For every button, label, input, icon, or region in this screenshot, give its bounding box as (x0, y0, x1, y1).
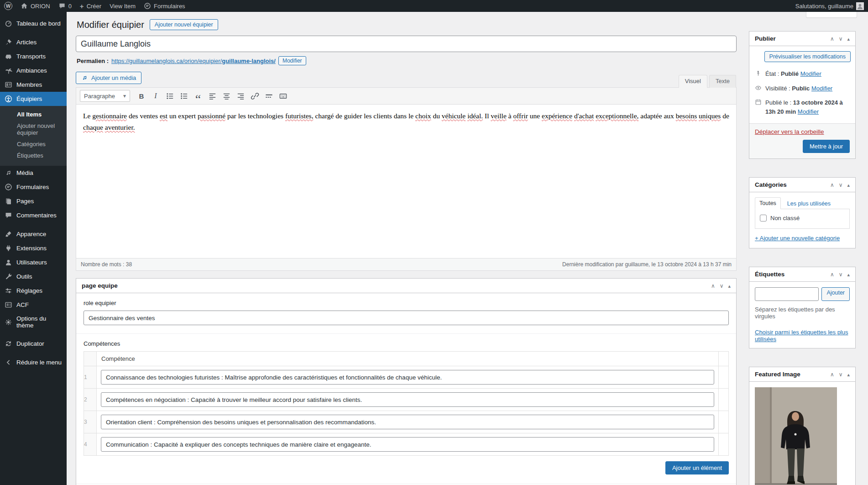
update-button[interactable]: Mettre à jour (803, 140, 850, 153)
sidebar-item-extensions[interactable]: Extensions (0, 241, 67, 255)
competence-input-4[interactable] (101, 437, 714, 452)
move-up-icon[interactable] (830, 372, 834, 377)
sidebar-item-apparence[interactable]: Apparence (0, 227, 67, 241)
link-button[interactable] (248, 90, 261, 102)
tab-text[interactable]: Texte (709, 75, 736, 88)
admin-bar-comments[interactable]: 0 (54, 0, 76, 12)
comment-bubble-icon (58, 2, 66, 10)
sidebar-item-formulaires[interactable]: Formulaires (0, 180, 67, 194)
move-down-icon[interactable] (839, 372, 843, 377)
sidebar-item-acf[interactable]: ACF (0, 298, 67, 312)
sidebar-item-reglages[interactable]: Réglages (0, 284, 67, 298)
competence-input-2[interactable] (101, 392, 714, 407)
sidebar-item-equipiers[interactable]: Équipiers (0, 92, 67, 106)
numbered-list-button[interactable] (178, 90, 190, 102)
role-equipier-label: role equipier (84, 300, 729, 306)
move-up-icon[interactable] (830, 182, 834, 188)
sidebar-item-articles[interactable]: Articles (0, 35, 67, 49)
move-to-trash-link[interactable]: Déplacer vers la corbeille (755, 128, 824, 135)
sidebar-item-transports[interactable]: Transports (0, 49, 67, 63)
move-down-icon[interactable] (839, 182, 843, 188)
edit-date-link[interactable]: Modifier (798, 108, 819, 115)
admin-sidebar: Tableau de bord Articles Transports Ambi… (0, 12, 67, 485)
paragraph-format-select[interactable]: Paragraphe (80, 90, 130, 102)
sidebar-item-pages[interactable]: Pages (0, 194, 67, 208)
sidebar-item-duplicator[interactable]: Duplicator (0, 337, 67, 351)
toggle-panel-icon[interactable] (847, 272, 850, 277)
move-up-icon[interactable] (711, 283, 715, 289)
permalink-label: Permalien : (77, 58, 109, 64)
admin-bar-view-item[interactable]: View Item (105, 0, 140, 12)
competence-input-3[interactable] (101, 415, 714, 429)
categories-box-header[interactable]: Catégories (749, 178, 855, 192)
toggle-panel-icon[interactable] (847, 182, 850, 188)
submenu-tags[interactable]: Étiquettes (0, 150, 67, 161)
role-equipier-input[interactable] (84, 311, 729, 325)
move-down-icon[interactable] (839, 272, 843, 277)
add-row-button[interactable]: Ajouter un élément (665, 461, 729, 474)
edit-status-link[interactable]: Modifier (800, 70, 821, 77)
move-down-icon[interactable] (720, 283, 724, 289)
submenu-label: All Items (17, 111, 42, 118)
edit-visibility-link[interactable]: Modifier (811, 85, 832, 92)
post-title-input[interactable] (76, 36, 737, 52)
admin-bar-site-name[interactable]: ORION (16, 0, 54, 12)
sidebar-item-outils[interactable]: Outils (0, 269, 67, 284)
gravity-forms-icon (5, 183, 12, 191)
admin-bar-account[interactable]: Salutations, guillaume (791, 0, 868, 12)
align-left-button[interactable] (206, 90, 219, 102)
preview-changes-button[interactable]: Prévisualiser les modifications (764, 51, 851, 62)
tab-all-categories[interactable]: Toutes (755, 197, 781, 209)
permalink-link[interactable]: https://guillaumelanglois.ca/orion/equip… (111, 58, 276, 64)
sidebar-item-options-theme[interactable]: Options du thème (0, 312, 67, 332)
submenu-categories[interactable]: Catégories (0, 138, 67, 150)
move-up-icon[interactable] (830, 272, 834, 277)
more-tag-button[interactable] (262, 90, 275, 102)
move-up-icon[interactable] (830, 36, 834, 42)
admin-bar-forms[interactable]: Formulaires (140, 0, 189, 12)
sidebar-collapse-menu[interactable]: Réduire le menu (0, 355, 67, 369)
tab-most-used[interactable]: Les plus utilisées (786, 198, 831, 209)
submenu-add-new[interactable]: Ajouter nouvel équipier (0, 120, 67, 138)
featured-image-thumbnail[interactable] (755, 387, 837, 485)
publish-box-header[interactable]: Publier (749, 32, 855, 46)
sidebar-item-membres[interactable]: Membres (0, 78, 67, 92)
tags-input[interactable] (755, 287, 819, 301)
add-media-button[interactable]: Ajouter un média (76, 72, 141, 84)
toolbar-toggle-button[interactable] (277, 90, 289, 102)
italic-button[interactable] (149, 90, 162, 102)
competence-input-1[interactable] (101, 370, 714, 385)
bullet-list-button[interactable] (163, 90, 176, 102)
tab-visual[interactable]: Visuel (679, 75, 707, 88)
sidebar-item-commentaires[interactable]: Commentaires (0, 208, 67, 222)
blockquote-button[interactable] (192, 90, 204, 102)
add-new-equipier-button[interactable]: Ajouter nouvel équipier (150, 19, 218, 30)
align-center-button[interactable] (220, 90, 233, 102)
toggle-panel-icon[interactable] (728, 283, 731, 289)
featured-image-box-header[interactable]: Featured Image (749, 367, 855, 382)
toggle-panel-icon[interactable] (847, 36, 850, 42)
submenu-all-items[interactable]: All Items (0, 109, 67, 120)
category-checkbox[interactable] (760, 215, 767, 221)
sidebar-item-dashboard[interactable]: Tableau de bord (0, 16, 67, 31)
admin-bar-wp-menu[interactable] (0, 0, 16, 12)
editor-content[interactable]: Le gestionnaire des ventes est un expert… (76, 105, 736, 258)
choose-tags-link[interactable]: Choisir parmi les étiquettes les plus ut… (755, 329, 848, 343)
admin-bar-new[interactable]: Créer (76, 0, 105, 12)
tags-box-header[interactable]: Étiquettes (749, 267, 855, 282)
row-order-handle[interactable]: 1 (84, 366, 97, 389)
sidebar-item-ambiances[interactable]: Ambiances (0, 63, 67, 78)
bold-button[interactable] (135, 90, 148, 102)
sidebar-item-media[interactable]: Média (0, 166, 67, 180)
row-order-handle[interactable]: 3 (84, 411, 97, 433)
toggle-panel-icon[interactable] (847, 372, 850, 377)
add-new-category-link[interactable]: + Ajouter une nouvelle catégorie (755, 235, 840, 242)
row-order-handle[interactable]: 2 (84, 389, 97, 411)
permalink-edit-button[interactable]: Modifier (278, 56, 306, 65)
add-tag-button[interactable]: Ajouter (821, 287, 850, 301)
sidebar-item-utilisateurs[interactable]: Utilisateurs (0, 255, 67, 269)
row-order-handle[interactable]: 4 (84, 433, 97, 456)
move-down-icon[interactable] (839, 36, 843, 42)
acf-metabox-header[interactable]: page equipe (76, 279, 736, 293)
align-right-button[interactable] (234, 90, 247, 102)
